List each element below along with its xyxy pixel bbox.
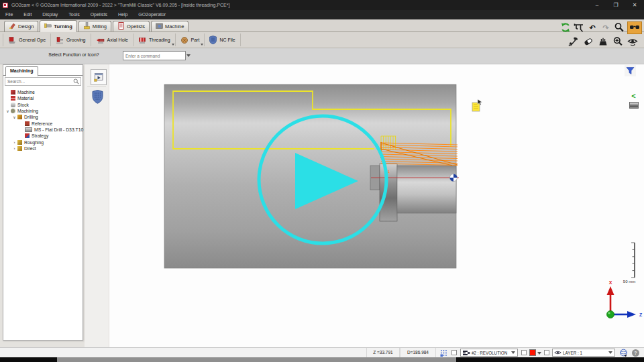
- monitor-icon[interactable]: [629, 102, 639, 109]
- milling-icon: [83, 22, 91, 31]
- multi-tool-icon[interactable]: [568, 36, 579, 47]
- tree-item-strategy[interactable]: Strategy: [3, 133, 83, 139]
- layer-select[interactable]: LAYER : 1: [552, 349, 615, 357]
- nc-shield-button[interactable]: [92, 90, 103, 104]
- search-icon: [73, 78, 79, 84]
- tree-item-drilling[interactable]: ∨ Drilling: [3, 114, 83, 120]
- tree-item-roughing[interactable]: › Roughing: [3, 139, 83, 145]
- command-bar: Select Function or Icon?: [0, 48, 644, 64]
- tab-opelists[interactable]: Opelists: [113, 21, 150, 32]
- tree-item-stock[interactable]: Stock: [3, 102, 83, 108]
- command-input[interactable]: [123, 54, 186, 58]
- origin-sphere: [607, 311, 614, 318]
- layer-checkbox[interactable]: [544, 350, 549, 355]
- scale-ruler: [631, 243, 635, 278]
- part-button[interactable]: Part: [176, 34, 205, 46]
- expander-icon[interactable]: ∨: [5, 109, 11, 113]
- general-ope-button[interactable]: General Ope: [3, 34, 51, 46]
- tab-machine[interactable]: Machine: [151, 21, 189, 32]
- machining-panel-tab[interactable]: Machining: [5, 66, 38, 76]
- tree-item-label: Reference: [32, 121, 52, 126]
- spindle-checkbox[interactable]: [451, 350, 457, 355]
- tab-label: Design: [18, 23, 34, 29]
- minimize-button[interactable]: –: [588, 0, 606, 10]
- z-coordinate-readout: Z =33.791: [366, 348, 400, 357]
- close-button[interactable]: ✕: [625, 0, 644, 10]
- undo-icon[interactable]: ↶: [587, 22, 598, 33]
- simulation-button[interactable]: [91, 69, 107, 85]
- expander-icon[interactable]: ∨: [11, 115, 17, 119]
- viewport-3d[interactable]: 1 1: [85, 64, 644, 347]
- threading-dropdown-caret[interactable]: [172, 44, 174, 46]
- search-input[interactable]: [5, 79, 73, 84]
- caliper-icon[interactable]: [574, 22, 584, 33]
- view-orientation-button[interactable]: [618, 349, 629, 357]
- tree-search-box[interactable]: [5, 77, 81, 86]
- button-label: Grooving: [66, 38, 85, 42]
- command-combobox[interactable]: [123, 51, 186, 60]
- tree-item-reference[interactable]: Reference: [3, 120, 83, 126]
- menu-file[interactable]: File: [0, 10, 18, 19]
- part-dropdown-caret[interactable]: [201, 44, 203, 46]
- tree-item-direct[interactable]: › Direct: [3, 145, 83, 152]
- eraser-icon[interactable]: [583, 36, 594, 47]
- button-label: General Ope: [19, 38, 46, 42]
- tree-item-label: Drilling: [24, 115, 38, 119]
- machining-panel: Machining Machine Material: [3, 64, 83, 341]
- zoom-window-icon[interactable]: [598, 36, 608, 47]
- tree-item-material[interactable]: Material: [3, 95, 83, 101]
- color-checkbox[interactable]: [521, 350, 527, 355]
- expander-icon[interactable]: ›: [11, 140, 17, 144]
- menu-display[interactable]: Display: [37, 10, 63, 19]
- tree-item-machining[interactable]: ∨ Machining: [3, 108, 83, 114]
- maximize-button[interactable]: ❐: [606, 0, 625, 10]
- spindle-select[interactable]: #2 : REVOLUTION: [460, 349, 518, 357]
- refresh-icon[interactable]: [560, 22, 571, 33]
- collapse-panel-button[interactable]: <: [629, 92, 638, 101]
- redo-icon[interactable]: ↷: [600, 22, 611, 33]
- view-toolbar-row2: [568, 36, 638, 48]
- tab-label: Opelists: [127, 23, 145, 29]
- tab-label: Turning: [54, 23, 72, 29]
- nc-file-button[interactable]: NC File: [205, 34, 240, 46]
- axial-hole-button[interactable]: Axial Hole: [91, 34, 134, 46]
- grooving-button[interactable]: Grooving: [51, 34, 91, 46]
- menu-edit[interactable]: Edit: [18, 10, 37, 19]
- color-dropdown-caret[interactable]: [537, 352, 541, 355]
- tab-design[interactable]: Design: [4, 21, 38, 32]
- view-sphere-icon: [619, 349, 628, 357]
- command-prompt-label: Select Function or Icon?: [27, 52, 121, 57]
- help-button[interactable]: ?: [631, 349, 640, 357]
- color-swatch[interactable]: [529, 349, 536, 356]
- grooving-icon: [56, 36, 64, 44]
- menu-opelists[interactable]: Opelists: [85, 10, 113, 19]
- button-label: Threading: [149, 38, 170, 42]
- chevron-down-icon[interactable]: [608, 351, 612, 354]
- chevron-down-icon[interactable]: [511, 351, 515, 354]
- machine-icon: [156, 22, 163, 31]
- zoom-icon[interactable]: [614, 22, 625, 33]
- zoom-all-icon[interactable]: [612, 36, 623, 47]
- drag-sphere-handle[interactable]: [450, 174, 458, 182]
- grid-toggle-button[interactable]: [438, 349, 449, 357]
- threading-button[interactable]: Threading: [133, 34, 176, 46]
- filter-button[interactable]: [625, 65, 636, 76]
- view-glasses-button[interactable]: [627, 21, 642, 34]
- layer-eye-icon: [554, 350, 561, 355]
- divider: [87, 86, 106, 87]
- menu-go2operator[interactable]: GO2operator: [133, 10, 171, 19]
- chevron-down-icon[interactable]: [186, 54, 191, 57]
- tree-item-machine[interactable]: Machine: [3, 89, 83, 95]
- tab-milling[interactable]: Milling: [78, 21, 111, 32]
- view-toolbar-row1: ↶ ↷: [560, 21, 642, 34]
- horizontal-scrollbar[interactable]: [0, 357, 644, 362]
- visibility-eye-icon[interactable]: [627, 36, 638, 47]
- question-icon: ?: [632, 349, 639, 357]
- tab-turning[interactable]: Turning: [40, 20, 76, 32]
- scrollbar-thumb[interactable]: [57, 357, 456, 362]
- expander-icon[interactable]: ›: [11, 146, 17, 150]
- menu-help[interactable]: Help: [113, 10, 133, 19]
- go2cam-logo-icon: [3, 3, 8, 8]
- tree-item-tool[interactable]: MS - Flat Drill - D33.T10: [3, 127, 83, 133]
- menu-tools[interactable]: Tools: [63, 10, 85, 19]
